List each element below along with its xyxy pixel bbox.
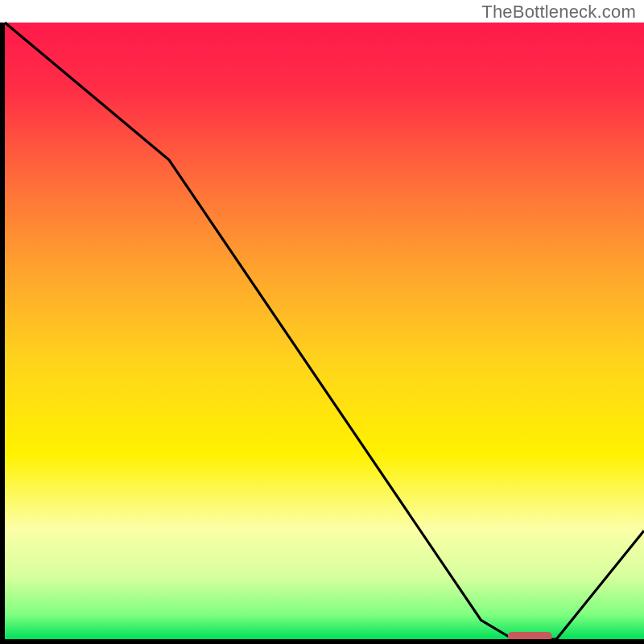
- plot-gradient-area: [5, 23, 644, 639]
- attribution-text: TheBottleneck.com: [481, 2, 636, 23]
- bottleneck-chart: [0, 0, 644, 644]
